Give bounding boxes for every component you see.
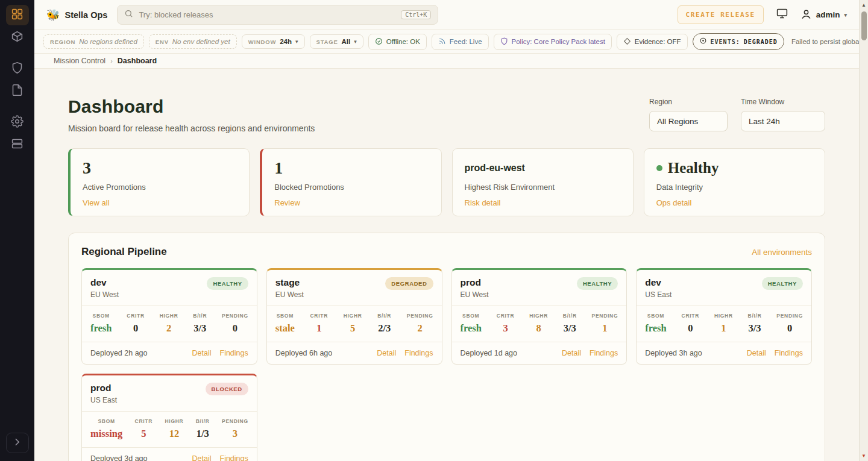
policy-status-text: Policy: Core Policy Pack latest (512, 38, 605, 45)
detail-link[interactable]: Detail (377, 349, 396, 357)
page-header: Dashboard Mission board for release heal… (68, 96, 825, 133)
sidebar-item-documents[interactable] (6, 81, 29, 101)
detail-link[interactable]: Detail (192, 454, 212, 461)
user-menu[interactable]: admin ▾ (800, 8, 847, 22)
metric-label: CRITR (310, 313, 328, 319)
findings-link[interactable]: Findings (220, 454, 248, 461)
env-card-links: Detail Findings (562, 349, 618, 357)
env-card-footer: Deployed 3h ago Detail Findings (637, 342, 811, 364)
chevron-right-icon (11, 436, 24, 451)
metric-bir: B/I/R3/3 (563, 313, 577, 334)
create-release-button[interactable]: CREATE RELEASE (678, 5, 764, 24)
metric-value: 3 (497, 322, 514, 334)
metric-label: SBOM (461, 313, 482, 319)
chevron-down-icon: ▾ (295, 39, 298, 45)
findings-link[interactable]: Findings (404, 349, 433, 357)
page-scrollbar[interactable]: ▲ ▼ (859, 0, 868, 461)
env-identity: stage EU West (275, 277, 304, 299)
findings-link[interactable]: Findings (220, 349, 248, 357)
metric-value: 3/3 (748, 322, 762, 334)
events-status-pill[interactable]: EVENTS: DEGRADED (693, 33, 784, 50)
feed-status-pill[interactable]: Feed: Live (432, 34, 489, 50)
findings-link[interactable]: Findings (775, 349, 803, 357)
sidebar-item-security[interactable] (6, 58, 29, 79)
ops-detail-link[interactable]: Ops detail (656, 198, 692, 207)
package-icon (11, 30, 24, 45)
env-identity: prod EU West (461, 277, 489, 299)
findings-link[interactable]: Findings (590, 349, 618, 357)
region-context-pill[interactable]: REGION No regions defined (43, 34, 144, 49)
search-input[interactable] (139, 10, 395, 19)
metric-value: 0 (127, 322, 144, 334)
brand-logo-icon: 🐝 (46, 8, 60, 22)
metric-critr: CRITR0 (127, 313, 144, 334)
stat-card-data-integrity: Healthy Data Integrity Ops detail (644, 148, 825, 216)
env-name: dev (645, 277, 671, 288)
events-status-label: EVENTS: (711, 39, 740, 45)
deployed-text: Deployed 3h ago (645, 349, 702, 357)
env-card-footer: Deployed 3d ago Detail Findings (82, 448, 257, 461)
metric-label: PENDING (222, 313, 248, 319)
env-card-links: Detail Findings (377, 349, 433, 357)
scroll-up-arrow-icon[interactable]: ▲ (861, 0, 866, 10)
env-region: US East (90, 396, 117, 404)
metric-value: 1 (714, 322, 733, 334)
env-context-pill[interactable]: ENV No env defined yet (149, 34, 237, 49)
stage-context-dropdown[interactable]: STAGE All ▾ (310, 34, 363, 49)
deployed-text: Deployed 3d ago (90, 454, 148, 461)
sidebar-item-dashboard[interactable] (6, 5, 29, 25)
region-filter-select[interactable]: All Regions (649, 111, 728, 131)
risk-detail-link[interactable]: Risk detail (465, 198, 501, 207)
page-filters: Region All Regions Time Window Last 24h (649, 96, 825, 131)
review-link[interactable]: Review (274, 198, 300, 207)
breadcrumb-current: Dashboard (118, 57, 157, 65)
grid-icon (11, 8, 24, 23)
all-environments-link[interactable]: All environments (752, 248, 812, 257)
metric-label: CRITR (127, 313, 144, 319)
metric-sbom: SBOMfresh (461, 313, 482, 334)
env-identity: dev US East (645, 277, 671, 299)
rss-icon (438, 37, 446, 46)
stat-label: Highest Risk Environment (465, 183, 621, 192)
sidebar-item-settings[interactable] (6, 112, 29, 133)
metric-critr: CRITR0 (682, 313, 699, 334)
view-all-link[interactable]: View all (83, 198, 110, 207)
evidence-status-pill[interactable]: Evidence: OFF (617, 34, 688, 50)
env-region: EU West (461, 290, 489, 299)
metric-value: 3 (222, 428, 248, 440)
breadcrumb-mission-control[interactable]: Mission Control (54, 57, 105, 65)
metric-label: B/I/R (377, 313, 391, 319)
env-identity: dev EU West (90, 277, 119, 299)
detail-link[interactable]: Detail (747, 349, 766, 357)
window-context-dropdown[interactable]: WINDOW 24h ▾ (242, 34, 305, 49)
sidebar-expand-button[interactable] (6, 433, 29, 453)
metric-highr: HIGHR1 (714, 313, 733, 334)
deployed-text: Deployed 2h ago (90, 349, 148, 357)
stat-label: Blocked Promotions (274, 183, 429, 192)
status-badge: DEGRADED (385, 277, 433, 290)
brand[interactable]: 🐝 Stella Ops (46, 8, 107, 22)
env-region: EU West (275, 290, 304, 299)
page-content: Dashboard Mission board for release heal… (34, 69, 859, 461)
env-card-dev-us-east: dev US East HEALTHY SBOMfresh CRITR0 HIG… (636, 268, 812, 365)
sidebar-item-infrastructure[interactable] (6, 134, 29, 155)
time-window-filter-label: Time Window (741, 98, 825, 106)
metric-bir: B/I/R3/3 (748, 313, 762, 334)
stat-label: Active Promotions (83, 183, 237, 192)
metric-value: fresh (645, 322, 666, 334)
detail-link[interactable]: Detail (562, 349, 581, 357)
time-window-filter-select[interactable]: Last 24h (741, 111, 825, 131)
metric-value: 3/3 (563, 322, 577, 334)
regional-pipeline-panel: Regional Pipeline All environments dev E… (68, 233, 825, 461)
metric-label: CRITR (497, 313, 514, 319)
offline-status-pill[interactable]: Offline: OK (368, 34, 427, 50)
sidebar-item-releases[interactable] (6, 27, 29, 48)
scrollbar-thumb[interactable] (861, 11, 867, 40)
display-mode-button[interactable] (776, 7, 788, 22)
scroll-down-arrow-icon[interactable]: ▼ (861, 451, 866, 461)
env-region: US East (645, 290, 671, 299)
metric-critr: CRITR1 (310, 313, 328, 334)
deployed-text: Deployed 1d ago (461, 349, 518, 357)
policy-status-pill[interactable]: Policy: Core Policy Pack latest (494, 34, 612, 50)
detail-link[interactable]: Detail (192, 349, 212, 357)
